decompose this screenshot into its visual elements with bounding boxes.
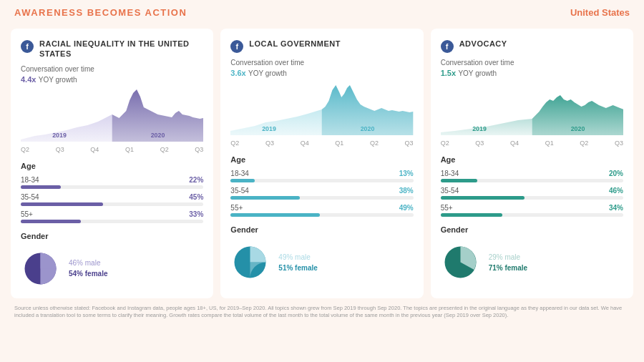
gender-section-1: 46% male 54% female [21, 249, 203, 288]
age-row-1c: 55+ 33% [21, 210, 203, 223]
age-row-1a: 18-34 22% [21, 176, 203, 189]
svg-text:2020: 2020 [151, 132, 165, 139]
age-title-1: Age [21, 162, 203, 170]
card-header-1: f RACIAL INEQUALITY IN THE UNITED STATES [21, 39, 203, 59]
age-row-2a: 18-34 13% [230, 170, 413, 182]
age-row-3c: 55+ 34% [441, 204, 623, 217]
card-header-3: f ADVOCACY [441, 39, 623, 53]
header: AWARENESS BECOMES ACTION United States [0, 0, 644, 25]
yoy-2: 3.6x YOY growth [230, 68, 413, 78]
male-label-3: 29% male [489, 253, 527, 261]
chart-section-3: Conversation over time 1.5x YOY growth [441, 59, 623, 147]
card-header-2: f LOCAL GOVERNMENT [230, 39, 413, 53]
gender-title-2: Gender [230, 225, 413, 234]
header-country: United States [570, 7, 630, 18]
age-row-2c: 55+ 49% [230, 204, 413, 217]
age-title-2: Age [230, 155, 413, 164]
gender-title-1: Gender [21, 232, 203, 240]
yoy-1: 4.4x YOY growth [21, 74, 203, 84]
gender-title-3: Gender [441, 225, 623, 234]
age-title-3: Age [441, 155, 623, 164]
svg-text:2019: 2019 [263, 125, 277, 132]
quarters-2: Q2 Q3 Q4 Q1 Q2 Q3 [230, 140, 413, 147]
chart-3: 2019 2020 [441, 79, 623, 137]
main-content: f RACIAL INEQUALITY IN THE UNITED STATES… [0, 25, 644, 302]
male-label-2: 49% male [278, 253, 317, 261]
age-bars-1: 18-34 22% 35-54 45% 55+ 33% [21, 176, 203, 223]
female-label-3: 71% female [489, 264, 527, 272]
age-row-3a: 18-34 20% [441, 170, 623, 182]
card-title-3: ADVOCACY [459, 39, 507, 49]
svg-text:2019: 2019 [52, 132, 67, 139]
svg-text:2020: 2020 [570, 125, 585, 132]
gender-section-2: 49% male 51% female [230, 243, 413, 282]
card-title-1: RACIAL INEQUALITY IN THE UNITED STATES [39, 39, 203, 59]
chart-label-2: Conversation over time [230, 59, 413, 67]
svg-text:2019: 2019 [472, 125, 487, 132]
chart-section-2: Conversation over time 3.6x YOY growth [230, 59, 413, 147]
chart-1: 2019 2020 [21, 86, 203, 143]
pie-chart-2 [230, 243, 270, 282]
age-row-2b: 35-54 38% [230, 187, 413, 200]
card-title-2: LOCAL GOVERNMENT [249, 39, 341, 49]
chart-label-3: Conversation over time [441, 59, 623, 67]
header-title: AWARENESS BECOMES ACTION [14, 7, 187, 18]
age-row-3b: 35-54 46% [441, 187, 623, 200]
yoy-3: 1.5x YOY growth [441, 68, 623, 78]
chart-label-1: Conversation over time [21, 65, 203, 73]
male-label-1: 46% male [69, 259, 107, 267]
fb-icon-2: f [230, 40, 243, 53]
fb-icon-1: f [21, 40, 34, 53]
pie-chart-1 [21, 249, 60, 288]
gender-labels-2: 49% male 51% female [278, 253, 317, 272]
gender-labels-3: 29% male 71% female [489, 253, 527, 272]
gender-section-3: 29% male 71% female [441, 243, 623, 282]
age-bars-2: 18-34 13% 35-54 38% 55+ 49% [230, 170, 413, 217]
quarters-3: Q2 Q3 Q4 Q1 Q2 Q3 [441, 140, 623, 147]
svg-text:2020: 2020 [361, 125, 375, 132]
page-wrapper: AWARENESS BECOMES ACTION United States f… [0, 0, 644, 324]
card-advocacy: f ADVOCACY Conversation over time 1.5x Y… [431, 29, 633, 298]
gender-labels-1: 46% male 54% female [69, 259, 107, 278]
chart-section-1: Conversation over time 4.4x YOY growth [21, 65, 203, 153]
age-row-1b: 35-54 45% [21, 193, 203, 206]
fb-icon-3: f [441, 40, 454, 53]
pie-chart-3 [441, 243, 480, 282]
card-local-government: f LOCAL GOVERNMENT Conversation over tim… [220, 29, 423, 298]
chart-2: 2019 2020 [230, 79, 413, 137]
card-racial-inequality: f RACIAL INEQUALITY IN THE UNITED STATES… [11, 29, 213, 298]
age-bars-3: 18-34 20% 35-54 46% 55+ 34% [441, 170, 623, 217]
quarters-1: Q2 Q3 Q4 Q1 Q2 Q3 [21, 146, 203, 153]
footer-note: Source unless otherwise stated: Facebook… [0, 302, 644, 324]
female-label-2: 51% female [278, 264, 317, 272]
female-label-1: 54% female [69, 270, 107, 278]
